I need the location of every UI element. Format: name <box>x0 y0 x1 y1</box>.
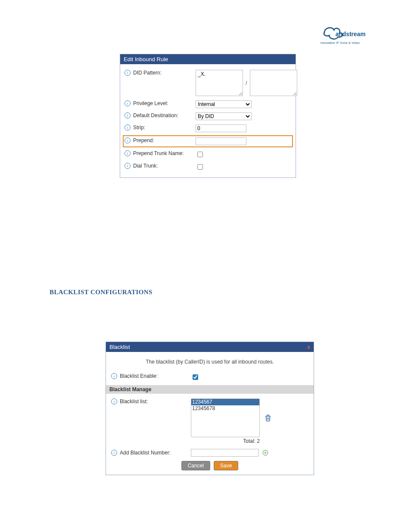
info-icon[interactable]: i <box>111 373 117 379</box>
blacklist-dialog-title: Blacklist <box>109 344 130 350</box>
brand-logo: andstream Innovative IP Voice & Video <box>321 24 368 50</box>
label-dial-trunk: Dial Trunk: <box>133 163 196 169</box>
label-privilege-level: Privilege Level: <box>133 100 196 106</box>
did-pattern-separator: / <box>246 80 247 86</box>
section-heading-blacklist-config: BLACKLIST CONFIGURATIONS <box>50 289 153 296</box>
row-prepend-trunk-name: i Prepend Trunk Name: <box>125 148 291 161</box>
blacklist-note: The blacklist (by CallerID) is used for … <box>111 356 308 371</box>
dialog-button-bar: Cancel Save <box>111 458 308 475</box>
label-blacklist-enable: Blacklist Enable: <box>120 373 191 379</box>
edit-inbound-rule-panel: Edit Inbound Rule i DID Pattern: / i Pri… <box>120 54 296 178</box>
did-pattern-textarea-b[interactable] <box>250 70 297 96</box>
label-prepend: Prepend: <box>133 137 196 143</box>
trash-icon[interactable] <box>264 414 272 422</box>
info-icon[interactable]: i <box>125 150 131 156</box>
row-prepend: i Prepend: <box>123 135 293 147</box>
row-dial-trunk: i Dial Trunk: <box>125 161 291 173</box>
label-default-destination: Default Destination: <box>133 112 196 118</box>
blacklist-listbox[interactable]: 123456712345678 <box>191 398 260 437</box>
privilege-level-select[interactable]: Internal <box>196 100 252 108</box>
row-add-blacklist: i Add Blacklist Number: <box>111 446 308 458</box>
blacklist-total: Total: 2 <box>191 438 260 444</box>
dial-trunk-checkbox[interactable] <box>197 164 203 170</box>
info-icon[interactable]: i <box>125 124 131 131</box>
info-icon[interactable]: i <box>125 137 131 143</box>
row-did-pattern: i DID Pattern: / <box>125 68 291 98</box>
label-strip: Strip: <box>133 124 196 131</box>
did-pattern-textarea-a[interactable] <box>196 70 243 96</box>
default-destination-select[interactable]: By DID <box>196 112 252 120</box>
cancel-button[interactable]: Cancel <box>181 461 210 470</box>
blacklist-manage-header: Blacklist Manage <box>106 385 314 394</box>
add-blacklist-input[interactable] <box>191 449 259 457</box>
info-icon[interactable]: i <box>125 112 131 118</box>
blacklist-dialog-titlebar: Blacklist x <box>106 342 314 352</box>
blacklist-dialog: Blacklist x The blacklist (by CallerID) … <box>106 342 314 475</box>
info-icon[interactable]: i <box>125 100 131 106</box>
prepend-trunk-name-checkbox[interactable] <box>197 152 203 157</box>
save-button[interactable]: Save <box>214 461 238 470</box>
label-did-pattern: DID Pattern: <box>133 70 196 76</box>
label-blacklist-list: Blacklist list: <box>120 398 191 404</box>
row-blacklist-enable: i Blacklist Enable: <box>111 371 308 383</box>
edit-inbound-rule-title: Edit Inbound Rule <box>120 54 296 64</box>
brand-logo-mark: andstream <box>321 24 368 40</box>
row-strip: i Strip: <box>125 122 291 134</box>
label-prepend-trunk-name: Prepend Trunk Name: <box>133 150 196 156</box>
label-add-blacklist: Add Blacklist Number: <box>120 450 191 456</box>
brand-logo-tagline: Innovative IP Voice & Video <box>321 41 360 44</box>
info-icon[interactable]: i <box>125 70 131 76</box>
blacklist-enable-checkbox[interactable] <box>193 374 198 380</box>
info-icon[interactable]: i <box>111 398 117 404</box>
prepend-input[interactable] <box>196 137 246 145</box>
close-icon[interactable]: x <box>307 344 310 350</box>
row-privilege-level: i Privilege Level: Internal <box>125 98 291 110</box>
brand-logo-text: andstream <box>336 31 366 37</box>
row-blacklist-list: i Blacklist list: 123456712345678 To <box>111 396 308 446</box>
info-icon[interactable]: i <box>125 163 131 169</box>
info-icon[interactable]: i <box>111 450 117 456</box>
plus-icon[interactable] <box>262 450 268 456</box>
row-default-destination: i Default Destination: By DID <box>125 110 291 122</box>
strip-input[interactable] <box>196 124 246 132</box>
